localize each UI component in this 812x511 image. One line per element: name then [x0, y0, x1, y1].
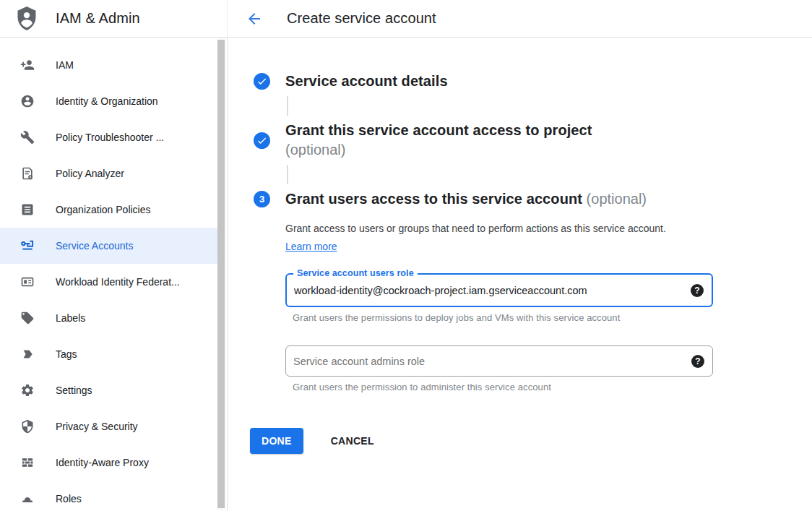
service-account-users-role-field: Service account users role ?	[285, 273, 713, 307]
arrow-back-icon	[246, 10, 263, 27]
form-actions: DONE CANCEL	[250, 428, 812, 454]
hat-icon	[20, 491, 35, 506]
create-service-account-form: Service account details Grant this servi…	[228, 38, 812, 511]
step-2-row: Grant this service account access to pro…	[254, 121, 812, 160]
policy-analyzer-icon	[20, 166, 35, 181]
article-icon	[20, 202, 35, 217]
step-connector	[287, 165, 288, 184]
sidebar-item-service-accounts[interactable]: Service Accounts	[0, 228, 219, 264]
sidebar-scrollbar-track	[217, 38, 226, 511]
back-button[interactable]	[246, 10, 263, 27]
sidebar-scrollbar-thumb[interactable]	[217, 40, 225, 508]
users-role-input[interactable]	[287, 275, 691, 306]
sidebar-item-label: Policy Troubleshooter ...	[56, 132, 164, 143]
product-title: IAM & Admin	[56, 10, 140, 27]
service-account-key-icon	[20, 239, 35, 253]
sidebar-nav: IAM Identity & Organization Policy Troub…	[0, 38, 228, 511]
sidebar-item-label: Settings	[56, 385, 92, 396]
sidebar-item-workload-identity-federation[interactable]: Workload Identity Federat...	[0, 264, 219, 300]
sidebar-item-organization-policies[interactable]: Organization Policies	[0, 192, 219, 228]
step-1-row: Service account details	[254, 72, 812, 91]
step-2-check-icon	[254, 132, 270, 149]
page-header: Create service account	[228, 0, 812, 37]
step-2-optional-label: (optional)	[285, 140, 592, 160]
admins-role-helper-text: Grant users the permission to administer…	[293, 382, 783, 392]
service-account-admins-role-field: ?	[285, 345, 713, 377]
step-1-title[interactable]: Service account details	[285, 73, 448, 89]
sidebar-item-labels[interactable]: Labels	[0, 300, 219, 336]
gear-icon	[20, 383, 35, 398]
users-role-helper-text: Grant users the permissions to deploy jo…	[293, 312, 783, 323]
sidebar-item-label: Roles	[56, 493, 82, 504]
learn-more-link[interactable]: Learn more	[285, 241, 337, 252]
sidebar-item-policy-troubleshooter[interactable]: Policy Troubleshooter ...	[0, 119, 219, 155]
top-bar: IAM & Admin Create service account	[0, 0, 812, 38]
step-3-row: 3 Grant users access to this service acc…	[254, 189, 812, 209]
iam-shield-logo-icon	[16, 7, 38, 31]
sidebar-item-identity-aware-proxy[interactable]: Identity-Aware Proxy	[0, 445, 219, 481]
sidebar-item-settings[interactable]: Settings	[0, 372, 219, 408]
sidebar-item-label: Policy Analyzer	[56, 168, 124, 179]
wrench-icon	[20, 130, 35, 145]
product-header: IAM & Admin	[0, 0, 228, 37]
shield-half-icon	[20, 419, 35, 434]
sidebar-item-label: Tags	[56, 348, 77, 360]
sidebar-item-label: Service Accounts	[56, 240, 133, 252]
done-button[interactable]: DONE	[250, 428, 303, 454]
step-3-number-badge: 3	[254, 191, 270, 207]
admins-role-input[interactable]	[286, 346, 691, 376]
sidebar-item-roles[interactable]: Roles	[0, 481, 219, 511]
sidebar-item-label: Labels	[56, 312, 85, 324]
iam-admin-app: IAM & Admin Create service account IAM	[0, 0, 812, 511]
sidebar-item-label: IAM	[56, 59, 74, 71]
sidebar-item-label: Organization Policies	[56, 204, 151, 215]
page-title: Create service account	[287, 10, 436, 27]
sidebar-item-label: Identity-Aware Proxy	[56, 457, 149, 468]
sidebar-item-label: Workload Identity Federat...	[56, 276, 180, 288]
label-tag-icon	[20, 311, 35, 325]
cancel-button[interactable]: CANCEL	[325, 428, 380, 454]
proxy-grid-icon	[20, 455, 35, 470]
badge-card-icon	[20, 275, 35, 289]
step-3-optional-label: (optional)	[582, 191, 647, 207]
sidebar-item-identity-organization[interactable]: Identity & Organization	[0, 83, 219, 119]
step-connector	[287, 96, 288, 116]
sidebar-item-privacy-security[interactable]: Privacy & Security	[0, 408, 219, 445]
tag-arrow-icon	[20, 347, 35, 361]
sidebar-item-label: Privacy & Security	[56, 421, 138, 432]
admins-role-help-icon[interactable]: ?	[691, 355, 704, 368]
step-3-title[interactable]: Grant users access to this service accou…	[285, 191, 582, 207]
sidebar-item-policy-analyzer[interactable]: Policy Analyzer	[0, 155, 219, 192]
step-3-description: Grant access to users or groups that nee…	[285, 220, 687, 256]
users-role-field-label: Service account users role	[293, 268, 418, 278]
account-circle-icon	[20, 94, 35, 108]
sidebar-item-tags[interactable]: Tags	[0, 336, 219, 372]
person-add-icon	[20, 58, 35, 72]
sidebar-item-iam[interactable]: IAM	[0, 47, 219, 83]
users-role-help-icon[interactable]: ?	[691, 284, 704, 297]
step-2-title[interactable]: Grant this service account access to pro…	[285, 122, 592, 138]
sidebar-item-label: Identity & Organization	[56, 95, 158, 107]
step-1-check-icon	[254, 73, 270, 90]
